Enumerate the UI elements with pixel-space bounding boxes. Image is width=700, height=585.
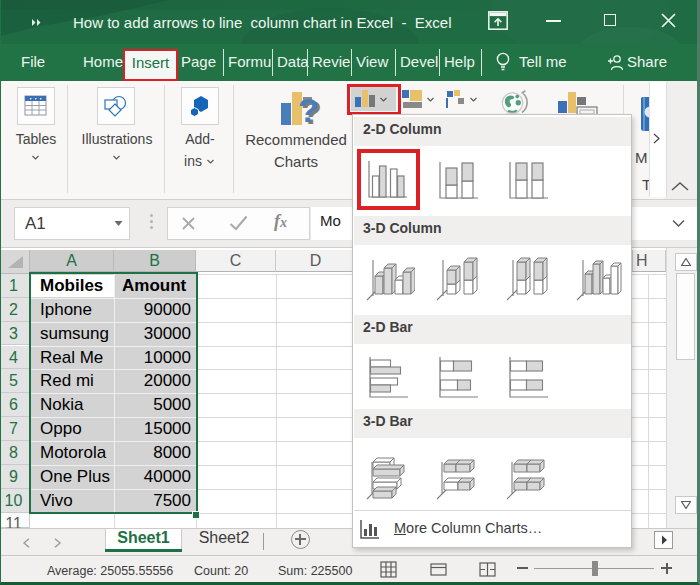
svg-text:?: ?	[298, 91, 319, 129]
